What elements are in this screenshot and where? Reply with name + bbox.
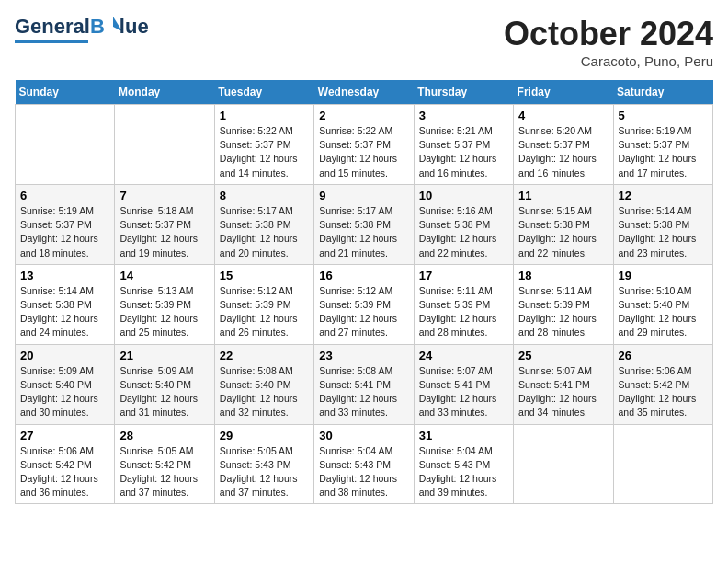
sunset-text: Sunset: 5:39 PM: [518, 299, 590, 310]
daylight-text: Daylight: 12 hours and 19 minutes.: [119, 233, 198, 258]
daylight-text: Daylight: 12 hours and 23 minutes.: [619, 233, 697, 258]
day-info: Sunrise: 5:19 AMSunset: 5:37 PMDaylight:…: [20, 204, 109, 260]
header-saturday: Saturday: [613, 80, 712, 105]
sunrise-text: Sunrise: 5:22 AM: [319, 125, 392, 136]
calendar-cell: 14Sunrise: 5:13 AMSunset: 5:39 PMDayligh…: [115, 264, 214, 344]
calendar-cell: 6Sunrise: 5:19 AMSunset: 5:37 PMDaylight…: [16, 184, 115, 264]
day-number: 1: [220, 109, 309, 122]
daylight-text: Daylight: 12 hours and 31 minutes.: [119, 393, 198, 418]
day-info: Sunrise: 5:14 AMSunset: 5:38 PMDaylight:…: [619, 204, 708, 260]
sunrise-text: Sunrise: 5:17 AM: [220, 205, 293, 216]
day-info: Sunrise: 5:09 AMSunset: 5:40 PMDaylight:…: [20, 364, 109, 420]
sunrise-text: Sunrise: 5:11 AM: [518, 285, 592, 296]
calendar-cell: 22Sunrise: 5:08 AMSunset: 5:40 PMDayligh…: [214, 344, 313, 424]
sunrise-text: Sunrise: 5:20 AM: [518, 125, 592, 136]
calendar-cell: [16, 105, 115, 185]
sunrise-text: Sunrise: 5:04 AM: [419, 445, 493, 456]
calendar-cell: 28Sunrise: 5:05 AMSunset: 5:42 PMDayligh…: [115, 424, 214, 504]
sunset-text: Sunset: 5:38 PM: [20, 299, 92, 310]
calendar-cell: 9Sunrise: 5:17 AMSunset: 5:38 PMDaylight…: [314, 184, 414, 264]
daylight-text: Daylight: 12 hours and 29 minutes.: [619, 313, 697, 338]
sunset-text: Sunset: 5:37 PM: [319, 139, 391, 150]
sunset-text: Sunset: 5:38 PM: [319, 219, 391, 230]
sunrise-text: Sunrise: 5:18 AM: [119, 205, 193, 216]
day-info: Sunrise: 5:08 AMSunset: 5:40 PMDaylight:…: [220, 364, 309, 420]
day-number: 23: [319, 349, 408, 362]
calendar-cell: 23Sunrise: 5:08 AMSunset: 5:41 PMDayligh…: [314, 344, 414, 424]
calendar-cell: 21Sunrise: 5:09 AMSunset: 5:40 PMDayligh…: [115, 344, 214, 424]
calendar-cell: 25Sunrise: 5:07 AMSunset: 5:41 PMDayligh…: [514, 344, 613, 424]
calendar-cell: 10Sunrise: 5:16 AMSunset: 5:38 PMDayligh…: [414, 184, 513, 264]
day-number: 2: [319, 109, 408, 122]
day-info: Sunrise: 5:05 AMSunset: 5:43 PMDaylight:…: [220, 444, 309, 500]
logo-text: GeneralB: [15, 16, 105, 38]
sunset-text: Sunset: 5:39 PM: [119, 299, 191, 310]
sunrise-text: Sunrise: 5:10 AM: [619, 285, 692, 296]
calendar-cell: 15Sunrise: 5:12 AMSunset: 5:39 PMDayligh…: [214, 264, 313, 344]
day-info: Sunrise: 5:04 AMSunset: 5:43 PMDaylight:…: [319, 444, 408, 500]
calendar-cell: 29Sunrise: 5:05 AMSunset: 5:43 PMDayligh…: [214, 424, 313, 504]
day-info: Sunrise: 5:15 AMSunset: 5:38 PMDaylight:…: [518, 204, 608, 260]
sunset-text: Sunset: 5:37 PM: [419, 139, 491, 150]
calendar-cell: 17Sunrise: 5:11 AMSunset: 5:39 PMDayligh…: [414, 264, 513, 344]
sunset-text: Sunset: 5:41 PM: [518, 379, 590, 390]
day-info: Sunrise: 5:18 AMSunset: 5:37 PMDaylight:…: [119, 204, 209, 260]
day-number: 6: [20, 189, 109, 202]
daylight-text: Daylight: 12 hours and 22 minutes.: [518, 233, 597, 258]
header-sunday: Sunday: [16, 80, 115, 105]
daylight-text: Daylight: 12 hours and 28 minutes.: [419, 313, 497, 338]
day-number: 30: [319, 429, 408, 442]
calendar-cell: 11Sunrise: 5:15 AMSunset: 5:38 PMDayligh…: [514, 184, 613, 264]
daylight-text: Daylight: 12 hours and 27 minutes.: [319, 313, 397, 338]
sunrise-text: Sunrise: 5:07 AM: [518, 365, 592, 376]
sunset-text: Sunset: 5:39 PM: [220, 299, 291, 310]
page-header: GeneralB lue October 2024 Caracoto, Puno…: [15, 15, 713, 69]
day-number: 3: [419, 109, 508, 122]
day-info: Sunrise: 5:07 AMSunset: 5:41 PMDaylight:…: [518, 364, 608, 420]
month-title: October 2024: [504, 15, 713, 53]
sunrise-text: Sunrise: 5:17 AM: [319, 205, 392, 216]
sunset-text: Sunset: 5:43 PM: [419, 459, 491, 470]
calendar-cell: [115, 105, 214, 185]
sunset-text: Sunset: 5:40 PM: [20, 379, 92, 390]
day-info: Sunrise: 5:12 AMSunset: 5:39 PMDaylight:…: [319, 284, 408, 340]
daylight-text: Daylight: 12 hours and 21 minutes.: [319, 233, 397, 258]
day-number: 26: [619, 349, 708, 362]
calendar-week-2: 6Sunrise: 5:19 AMSunset: 5:37 PMDaylight…: [16, 184, 713, 264]
day-number: 24: [419, 349, 508, 362]
day-info: Sunrise: 5:21 AMSunset: 5:37 PMDaylight:…: [419, 124, 508, 180]
day-number: 13: [20, 269, 109, 282]
logo-underline: [15, 40, 88, 43]
sunset-text: Sunset: 5:41 PM: [319, 379, 391, 390]
sunrise-text: Sunrise: 5:07 AM: [419, 365, 493, 376]
title-block: October 2024 Caracoto, Puno, Peru: [504, 15, 713, 69]
day-number: 21: [119, 349, 209, 362]
daylight-text: Daylight: 12 hours and 17 minutes.: [619, 153, 697, 178]
logo: GeneralB lue: [15, 15, 149, 43]
calendar-cell: 1Sunrise: 5:22 AMSunset: 5:37 PMDaylight…: [214, 105, 313, 185]
calendar-week-5: 27Sunrise: 5:06 AMSunset: 5:42 PMDayligh…: [16, 424, 713, 504]
sunrise-text: Sunrise: 5:19 AM: [20, 205, 94, 216]
daylight-text: Daylight: 12 hours and 22 minutes.: [419, 233, 497, 258]
sunrise-text: Sunrise: 5:22 AM: [220, 125, 293, 136]
calendar-week-4: 20Sunrise: 5:09 AMSunset: 5:40 PMDayligh…: [16, 344, 713, 424]
daylight-text: Daylight: 12 hours and 16 minutes.: [419, 153, 497, 178]
daylight-text: Daylight: 12 hours and 37 minutes.: [119, 473, 198, 498]
daylight-text: Daylight: 12 hours and 37 minutes.: [220, 473, 298, 498]
day-number: 25: [518, 349, 608, 362]
sunset-text: Sunset: 5:39 PM: [419, 299, 491, 310]
day-info: Sunrise: 5:04 AMSunset: 5:43 PMDaylight:…: [419, 444, 508, 500]
daylight-text: Daylight: 12 hours and 26 minutes.: [220, 313, 298, 338]
calendar-cell: 30Sunrise: 5:04 AMSunset: 5:43 PMDayligh…: [314, 424, 414, 504]
sunrise-text: Sunrise: 5:14 AM: [619, 205, 692, 216]
daylight-text: Daylight: 12 hours and 25 minutes.: [119, 313, 198, 338]
day-number: 22: [220, 349, 309, 362]
sunset-text: Sunset: 5:37 PM: [119, 219, 191, 230]
day-number: 4: [518, 109, 608, 122]
day-info: Sunrise: 5:17 AMSunset: 5:38 PMDaylight:…: [319, 204, 408, 260]
daylight-text: Daylight: 12 hours and 36 minutes.: [20, 473, 98, 498]
calendar-header-row: Sunday Monday Tuesday Wednesday Thursday…: [16, 80, 713, 105]
calendar-cell: 26Sunrise: 5:06 AMSunset: 5:42 PMDayligh…: [613, 344, 712, 424]
sunrise-text: Sunrise: 5:09 AM: [20, 365, 94, 376]
sunrise-text: Sunrise: 5:21 AM: [419, 125, 493, 136]
